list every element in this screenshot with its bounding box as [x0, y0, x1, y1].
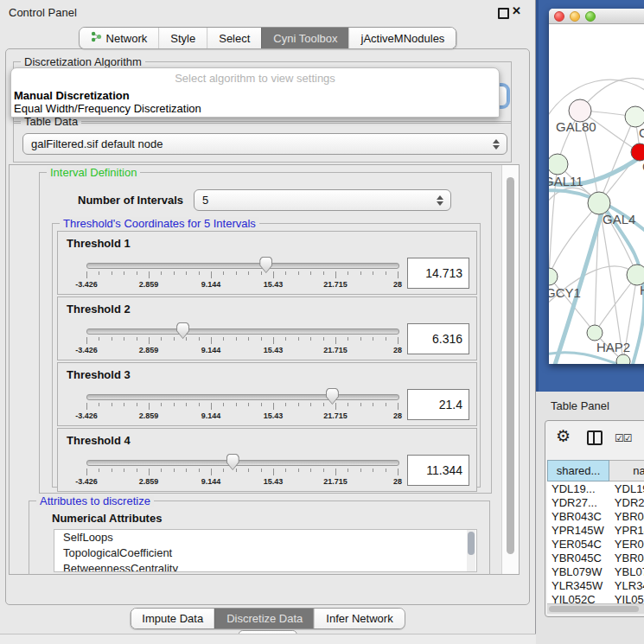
tick-mark: [211, 469, 212, 475]
tab-label: Discretize Data: [226, 612, 303, 625]
tick-mark: [348, 271, 348, 275]
tab-network[interactable]: Network: [80, 28, 159, 48]
network-node-node-red[interactable]: [631, 143, 644, 161]
table-row[interactable]: YBR043CYBR04: [547, 509, 644, 523]
attribute-item[interactable]: SelfLoops: [54, 530, 476, 545]
tab-impute-data[interactable]: Impute Data: [131, 609, 214, 628]
tick-label: 2.859: [139, 280, 159, 289]
tick-mark: [223, 337, 224, 341]
gear-icon[interactable]: ⚙: [556, 426, 571, 446]
settings-scroll-area: Interval Definition Number of Intervals …: [9, 164, 520, 575]
tab-jactivemnodules[interactable]: jActiveMNodules: [349, 28, 456, 48]
close-traffic-light-icon[interactable]: [554, 11, 564, 22]
table-row[interactable]: YPR145WYPR14: [547, 523, 644, 537]
table-hscrollbar[interactable]: [547, 603, 644, 614]
tick-mark: [236, 271, 237, 275]
threshold-label: Threshold 2: [67, 303, 131, 316]
tick-label: 2.859: [139, 411, 159, 420]
threshold-slider-thumb[interactable]: [326, 388, 339, 405]
threshold-value-field[interactable]: 21.4: [407, 389, 469, 420]
tick-mark: [223, 403, 224, 406]
algorithm-hint-item[interactable]: Select algorithm to view settings: [11, 72, 499, 85]
attribute-item[interactable]: BetweennessCentrality: [54, 561, 476, 572]
table-cell: YBL07: [609, 565, 644, 578]
tab-label: Select: [219, 32, 250, 45]
zoom-traffic-light-icon[interactable]: [585, 11, 596, 22]
threshold-value-field[interactable]: 11.344: [407, 455, 469, 486]
settings-scrollbar[interactable]: [501, 165, 519, 574]
network-node-node-bottom[interactable]: [616, 354, 630, 364]
number-of-intervals-value: 5: [202, 194, 208, 207]
table-row[interactable]: YER054CYER05: [547, 537, 644, 551]
table-panel: Table Panel ⚙ ☑☑ shared...na YDL19...YDL…: [536, 392, 644, 644]
thresholds-group: Threshold's Coordinates for 5 Intervals …: [52, 223, 481, 488]
split-columns-icon[interactable]: [587, 430, 603, 445]
minimize-traffic-light-icon[interactable]: [570, 11, 580, 22]
close-icon[interactable]: ✕: [512, 4, 521, 17]
tab-select[interactable]: Select: [207, 28, 261, 48]
table-row[interactable]: YBL079WYBL07: [547, 564, 644, 578]
tab-infer-network[interactable]: Infer Network: [314, 609, 404, 628]
table-data-combo[interactable]: galFiltered.sif default node: [22, 133, 507, 155]
table-cell: YBL079W: [547, 565, 609, 578]
attribute-item[interactable]: TopologicalCoefficient: [54, 545, 476, 561]
threshold-value-field[interactable]: 6.316: [407, 323, 469, 354]
network-canvas[interactable]: GAL80GACGAL11GAL4GCY1HHAP2: [549, 25, 644, 364]
tick-label: 21.715: [323, 477, 348, 486]
tick-mark: [174, 403, 175, 406]
tick-mark: [285, 271, 286, 275]
threshold-slider-track[interactable]: [86, 394, 399, 400]
tick-mark: [348, 337, 348, 341]
tick-mark: [298, 337, 299, 341]
tick-mark: [398, 271, 399, 278]
tick-mark: [137, 403, 137, 406]
tick-label: 9.144: [201, 411, 221, 420]
combo-stepper-icon: [437, 195, 443, 206]
table-row[interactable]: YLR345WYLR34: [547, 578, 644, 592]
network-node-hap2[interactable]: [587, 325, 603, 341]
tab-style[interactable]: Style: [158, 28, 207, 48]
tick-mark: [273, 271, 274, 278]
tick-mark: [236, 469, 237, 472]
float-window-icon[interactable]: [498, 8, 509, 19]
table-header-cell[interactable]: shared...: [547, 460, 609, 481]
tick-mark: [124, 271, 124, 275]
tab-label: Network: [106, 32, 148, 45]
threshold-slider-thumb[interactable]: [226, 454, 239, 470]
tab-discretize-data[interactable]: Discretize Data: [214, 609, 314, 628]
network-icon: [91, 31, 102, 45]
table-cell: YPR14: [609, 524, 644, 537]
node-label: GAL4: [603, 212, 635, 226]
tick-mark: [298, 469, 299, 472]
tick-mark: [236, 337, 237, 341]
algorithm-option-manual-discretization[interactable]: Manual Discretization: [14, 89, 130, 102]
threshold-slider-thumb[interactable]: [176, 322, 189, 339]
tick-mark: [261, 469, 262, 472]
threshold-slider-track[interactable]: [86, 460, 399, 466]
threshold-slider-track[interactable]: [86, 328, 399, 335]
network-node-gal11[interactable]: [549, 154, 568, 175]
algorithm-option-equal-width-frequency-discretization[interactable]: Equal Width/Frequency Discretization: [14, 102, 201, 115]
table-header-cell[interactable]: na: [609, 460, 644, 481]
select-columns-icon[interactable]: ☑☑: [615, 432, 632, 444]
control-panel-titlebar: Control Panel ✕: [0, 0, 535, 24]
list-scrollbar[interactable]: [467, 530, 475, 571]
tick-label: 2.859: [139, 477, 159, 486]
table-cell: YDL19...: [547, 482, 609, 495]
table-row[interactable]: YDR27...YDR27: [547, 495, 644, 509]
tab-cyni-toolbox[interactable]: Cyni Toolbox: [261, 28, 348, 48]
threshold-slider-track[interactable]: [86, 263, 399, 269]
table-cell: YBR045C: [547, 552, 609, 564]
table-cell: YDR27: [609, 496, 644, 509]
tick-mark: [298, 271, 299, 275]
tick-mark: [360, 271, 361, 275]
table-row[interactable]: YIL052CYIL05: [547, 592, 644, 603]
number-of-intervals-combo[interactable]: 5: [194, 189, 451, 211]
tick-mark: [186, 337, 187, 341]
threshold-value-field[interactable]: 14.713: [407, 258, 469, 289]
network-node-node-ne[interactable]: [625, 106, 644, 127]
table-row[interactable]: YDL19...YDL19: [547, 481, 644, 495]
table-row[interactable]: YBR045CYBR04: [547, 551, 644, 564]
tick-mark: [161, 403, 162, 406]
numerical-attributes-list[interactable]: SelfLoopsTopologicalCoefficientBetweenne…: [54, 529, 477, 572]
